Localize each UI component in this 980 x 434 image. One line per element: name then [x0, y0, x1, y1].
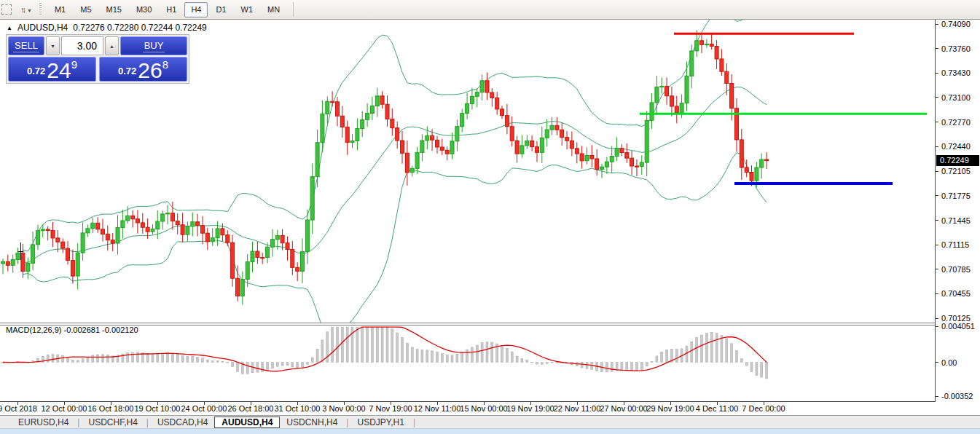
price-axis-label: 0.73100 — [941, 93, 971, 102]
price-axis-tick — [936, 122, 938, 122]
volume-increase-button[interactable]: ▲ — [105, 36, 119, 55]
spinner-down-icon: ▼ — [50, 44, 55, 49]
time-axis-label: 12 Nov 11:00 — [414, 404, 461, 413]
timeframe-button-d1[interactable]: D1 — [209, 2, 232, 17]
time-axis-label: 26 Oct 18:00 — [228, 404, 274, 413]
price-axis-label: 0.74090 — [941, 20, 971, 28]
price-axis-tick — [936, 48, 938, 49]
price-axis-label: 0.71115 — [941, 240, 969, 249]
tab-usdjpy[interactable]: USDJPY,H1 — [350, 417, 410, 428]
tab-usdcnh[interactable]: USDCNH,H4 — [280, 417, 344, 428]
timeframe-button-m30[interactable]: M30 — [130, 2, 158, 17]
symbol-title: AUDUSD,H4 — [17, 23, 68, 33]
time-axis[interactable]: 9 Oct 201812 Oct 00:0016 Oct 18:0019 Oct… — [0, 402, 936, 415]
price-axis-label: 0.72440 — [941, 142, 971, 151]
price-axis-label: 0.73430 — [941, 68, 971, 77]
price-axis-tick — [936, 146, 938, 147]
tab-usdchf[interactable]: USDCHF,H4 — [82, 417, 144, 428]
buy-label: BUY — [143, 40, 165, 52]
macd-axis-tick — [936, 362, 938, 363]
time-axis-label: 4 Dec 11:00 — [696, 404, 739, 413]
macd-histogram — [2, 327, 768, 379]
time-axis-label: 19 Oct 10:00 — [135, 404, 181, 413]
current-price-tag: 0.72249 — [936, 155, 979, 166]
time-axis-label: 7 Nov 19:00 — [369, 404, 412, 413]
time-axis-label: 24 Oct 00:00 — [181, 404, 227, 413]
timeframe-button-m1[interactable]: M1 — [48, 2, 72, 17]
sell-price-button[interactable]: 0.72 24 9 — [8, 57, 96, 82]
arrange-symbols-icon[interactable]: ↑↓ — [20, 5, 24, 14]
tab-audusd[interactable]: AUDUSD,H4 — [214, 417, 280, 428]
timeframe-button-h1[interactable]: H1 — [160, 2, 183, 17]
price-axis-label: 0.71775 — [941, 192, 971, 200]
price-axis-tick — [936, 171, 938, 172]
chart-header: ▲ AUDUSD,H4 0.72276 0.72280 0.72244 0.72… — [7, 23, 207, 33]
sell-price-big: 24 — [47, 60, 71, 80]
tab-eurusd[interactable]: EURUSD,H4 — [12, 417, 75, 428]
pane-separator[interactable] — [0, 323, 936, 326]
price-axis[interactable]: 0.740900.737600.734300.731000.727700.724… — [936, 20, 980, 402]
sell-button[interactable]: SELL — [8, 36, 44, 55]
timeframe-button-w1[interactable]: W1 — [235, 2, 260, 17]
timeframe-toolbar: ↑↓ ▼ M1M5M15M30H1H4D1W1MN — [0, 0, 980, 20]
price-axis-tick — [936, 245, 938, 245]
macd-axis-label: 0.004051 — [941, 322, 975, 331]
tab-separator: | — [413, 417, 415, 427]
tab-usdcad[interactable]: USDCAD,H4 — [151, 417, 214, 428]
tab-separator: | — [146, 417, 149, 427]
price-axis-label: 0.73760 — [941, 44, 971, 53]
price-axis-label: 0.70455 — [941, 289, 971, 298]
dropdown-caret-icon[interactable]: ▼ — [27, 8, 32, 13]
selection-rectangle-icon[interactable] — [1, 4, 12, 15]
time-axis-label: 7 Dec 00:00 — [742, 404, 785, 413]
volume-input[interactable]: 3.00 — [61, 36, 103, 55]
price-axis-tick — [936, 220, 938, 221]
price-axis-tick — [936, 195, 938, 196]
macd-indicator-label: MACD(12,26,9) -0.002681 -0.002120 — [6, 326, 138, 334]
time-axis-label: 27 Nov 00:00 — [600, 404, 647, 413]
macd-axis-label: 0.00 — [941, 358, 957, 367]
sell-price-sup: 9 — [71, 58, 77, 71]
time-axis-label: 16 Oct 18:00 — [88, 404, 134, 413]
price-axis-label: 0.72770 — [941, 118, 971, 127]
time-axis-label: 29 Nov 19:00 — [646, 404, 694, 413]
timeframe-button-h4[interactable]: H4 — [184, 2, 208, 17]
timeframe-button-m15[interactable]: M15 — [100, 2, 128, 17]
volume-decrease-button[interactable]: ▼ — [46, 36, 60, 55]
toolbar-separator — [293, 2, 294, 17]
tab-separator: | — [77, 417, 79, 427]
price-axis-tick — [936, 318, 938, 319]
tab-separator: | — [346, 417, 348, 427]
price-axis-label: 0.72105 — [941, 167, 971, 175]
time-axis-label: 15 Nov 00:00 — [460, 404, 507, 413]
price-axis-tick — [936, 24, 938, 25]
sell-label: SELL — [13, 40, 39, 52]
price-axis-label: 0.71445 — [941, 216, 971, 225]
time-axis-label: 3 Nov 00:00 — [322, 404, 365, 413]
price-axis-tick — [936, 97, 938, 98]
time-axis-label: 31 Oct 10:00 — [275, 404, 321, 413]
collapse-triangle-icon[interactable]: ▲ — [7, 25, 12, 31]
macd-axis-label: -0.00352 — [941, 392, 973, 401]
window-bottom-strip — [0, 428, 980, 434]
buy-price-prefix: 0.72 — [118, 66, 136, 76]
time-axis-label: 12 Oct 00:00 — [42, 404, 87, 413]
buy-price-big: 26 — [138, 60, 162, 80]
buy-price-button[interactable]: 0.72 26 8 — [99, 57, 187, 82]
sell-price-prefix: 0.72 — [27, 66, 45, 76]
toolbar-grip[interactable] — [39, 3, 42, 16]
macd-axis-tick — [936, 326, 938, 327]
buy-price-sup: 8 — [162, 58, 168, 71]
price-axis-tick — [936, 73, 938, 74]
one-click-trading-panel: SELL ▼ 3.00 ▲ BUY 0.72 24 9 0.72 26 8 — [6, 34, 189, 84]
time-axis-label: 9 Oct 2018 — [0, 404, 37, 413]
mt4-window: ↑↓ ▼ M1M5M15M30H1H4D1W1MN ▲ AUDUSD,H4 0.… — [0, 0, 980, 434]
price-axis-tick — [936, 293, 938, 294]
price-axis-label: 0.70785 — [941, 265, 971, 274]
timeframe-button-m5[interactable]: M5 — [74, 2, 98, 17]
buy-button[interactable]: BUY — [120, 36, 187, 55]
macd-axis-tick — [936, 396, 938, 397]
time-axis-label: 22 Nov 11:00 — [554, 404, 601, 413]
time-axis-label: 19 Nov 19:00 — [506, 404, 554, 413]
timeframe-button-mn[interactable]: MN — [261, 2, 286, 17]
